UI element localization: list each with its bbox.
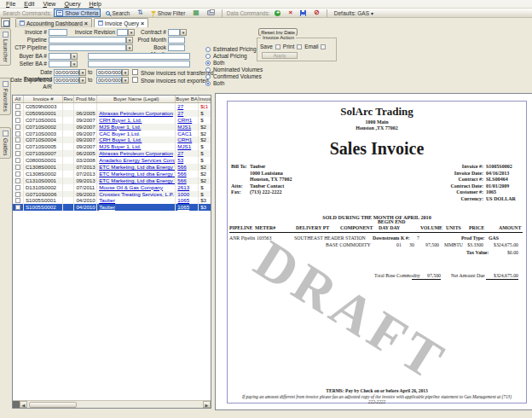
print-button[interactable] <box>205 9 217 17</box>
invoice-revision-dropdown[interactable]: ▾ <box>128 29 135 36</box>
buyer-ba-cell[interactable]: 2613 <box>176 184 199 191</box>
apply-button[interactable]: Apply <box>262 52 298 59</box>
buyer-name-cell[interactable]: Abraxas Petroleum Corporation <box>97 110 176 117</box>
seller-ba-input[interactable] <box>49 61 71 67</box>
table-row[interactable]: C0710S000209/2007MJS Buyer 1, Ltd.MJS1$2 <box>13 124 211 131</box>
buyer-ba-cell[interactable]: CRH1 <box>176 117 199 124</box>
table-row[interactable]: C0710S000309/2007CAC Buyer 1,Ltd.CAC1$2 <box>13 131 211 137</box>
menu-view[interactable]: View <box>38 0 60 8</box>
date-exported-from-input[interactable]: 00/00/0000 <box>54 77 79 84</box>
horizontal-scrollbar[interactable]: ◀ ▶ <box>13 400 211 408</box>
date-exported-to-dropdown[interactable]: ▾ <box>122 77 129 84</box>
buyer-name-cell[interactable]: MJS Buyer 1, Ltd. <box>97 124 176 131</box>
date-transferred-from-input[interactable]: 00/00/0000 <box>54 69 79 76</box>
buyer-ba-link[interactable]: CRH1 <box>177 136 192 142</box>
buyer-name-cell[interactable]: Tauber <box>97 204 176 211</box>
column-header-buyer-name-legal[interactable]: Buyer Name (Legal) <box>97 96 176 102</box>
buyer-ba-cell[interactable]: MJS1 <box>176 124 199 131</box>
show-filter-button[interactable]: Show Filter <box>148 9 188 17</box>
row-checkbox[interactable] <box>15 144 20 149</box>
row-checkbox[interactable] <box>15 198 20 203</box>
buyer-name-link[interactable]: Tauber <box>99 204 115 210</box>
column-header-all[interactable]: All <box>13 96 24 102</box>
scrollbar-thumb[interactable] <box>29 402 77 408</box>
buyer-name-link[interactable]: ETC Marketing, Ltd dba Energy Transfer <box>99 171 176 177</box>
buyer-ba-dropdown[interactable]: ▾ <box>71 53 78 60</box>
buyer-ba-cell[interactable]: 566 <box>176 177 199 184</box>
table-row[interactable]: C0710S000509/2007MJS Buyer 1, Ltd.MJS1$ <box>13 143 211 150</box>
save-record-button[interactable] <box>298 9 309 17</box>
buyer-name-cell[interactable]: ETC Marketing, Ltd dba Energy Transfer <box>97 164 176 171</box>
buyer-ba-link[interactable]: 566 <box>177 177 186 183</box>
buyer-name-link[interactable]: CAC Buyer 1,Ltd. <box>99 131 140 136</box>
buyer-ba-link[interactable]: 53 <box>177 157 183 163</box>
table-row[interactable]: S1005S000204/2010Tauber1065$3 <box>13 204 211 211</box>
show-criteria-button[interactable]: Show Criteria <box>54 9 101 17</box>
column-header-buyer-ba[interactable]: Buyer BA # <box>176 96 199 102</box>
buyer-name-link[interactable]: MJS Buyer 1, Ltd. <box>99 143 141 149</box>
buyer-ba-link[interactable]: 27 <box>177 150 183 156</box>
volume-option-both[interactable]: Both <box>205 81 263 86</box>
menu-file[interactable]: File <box>2 0 20 8</box>
buyer-ba-link[interactable]: 27 <box>177 103 183 109</box>
volume-option-nominated-volumes[interactable]: Nominated Volumes <box>205 67 263 73</box>
save-checkbox[interactable] <box>275 44 280 49</box>
table-row[interactable]: C0710S000409/2007CRH Buyer 1, Ltd.CRH1$2 <box>13 136 211 143</box>
row-checkbox[interactable] <box>15 171 20 177</box>
buyer-ba-link[interactable]: 1065 <box>177 197 189 203</box>
buyer-ba-cell[interactable]: 1065 <box>176 197 199 204</box>
add-record-button[interactable]: + <box>272 9 283 17</box>
window-layout-button[interactable] <box>1 18 10 27</box>
seller-ba-name-input[interactable] <box>88 61 190 67</box>
ctp-pipeline-dropdown[interactable]: ▾ <box>126 44 133 51</box>
buyer-name-cell[interactable]: Anadarko Energy Services Company <box>97 157 176 164</box>
buyer-ba-link[interactable]: 27 <box>177 110 183 116</box>
pricing-option-actual-pricing[interactable]: Actual Pricing <box>205 54 257 59</box>
buyer-name-link[interactable]: Tauber <box>99 197 115 203</box>
buyer-name-cell[interactable]: CRH Buyer 1, Ltd. <box>97 136 176 143</box>
table-row[interactable]: D1310S000207/2011Moose Oil & Gas Company… <box>13 184 211 191</box>
cancel-record-button[interactable]: ⊘ <box>311 9 322 17</box>
buyer-ba-input[interactable] <box>49 53 71 60</box>
row-checkbox[interactable] <box>15 125 20 130</box>
buyer-ba-link[interactable]: CRH1 <box>177 117 192 123</box>
delete-record-button[interactable]: × <box>286 9 295 17</box>
show-not-transferred-checkbox[interactable] <box>132 69 138 75</box>
buyer-ba-cell[interactable]: 53 <box>176 157 199 164</box>
pricing-option-estimated-pricing[interactable]: Estimated Pricing <box>205 47 257 52</box>
buyer-name-link[interactable]: Moose Oil & Gas Company <box>99 184 163 190</box>
buyer-name-cell[interactable]: ETC Marketing, Ltd dba Energy Transfer <box>97 177 176 184</box>
buyer-ba-cell[interactable]: 27 <box>176 150 199 157</box>
buyer-ba-cell[interactable]: 27 <box>176 110 199 117</box>
close-icon[interactable]: × <box>84 20 88 26</box>
buyer-ba-cell[interactable]: CAC1 <box>176 131 199 137</box>
column-header-invoice[interactable]: Invoice <box>199 96 211 102</box>
buyer-ba-cell[interactable]: MJS1 <box>176 143 199 150</box>
buyer-name-link[interactable]: CRH Buyer 1, Ltd. <box>99 136 142 142</box>
buyer-name-link[interactable]: ETC Marketing, Ltd dba Energy Transfer <box>99 177 176 183</box>
row-checkbox[interactable] <box>15 151 20 156</box>
table-row[interactable]: C0710S000109/2007CRH Buyer 1, Ltd.CRH1$ <box>13 117 211 124</box>
menu-query[interactable]: Query <box>60 0 84 8</box>
column-header-rev[interactable]: Rev. <box>63 96 74 102</box>
seller-ba-dropdown[interactable]: ▾ <box>71 61 78 67</box>
date-transferred-from-dropdown[interactable]: ▾ <box>79 69 86 76</box>
table-row[interactable]: C0509S000106/2005Abraxas Petroleum Corpo… <box>13 110 211 117</box>
defaults-dropdown[interactable]: Defaults: GAS ▾ <box>332 9 376 17</box>
table-row[interactable]: C1310S000109/2013ETC Marketing, Ltd dba … <box>13 177 211 184</box>
menu-edit[interactable]: Edit <box>20 0 38 8</box>
buyer-ba-link[interactable]: CAC1 <box>177 131 192 136</box>
ctp-pipeline-input[interactable] <box>49 44 126 51</box>
buyer-ba-cell[interactable]: 1000 <box>176 191 199 198</box>
buyer-ba-cell[interactable]: 1065 <box>176 204 199 211</box>
close-icon[interactable]: × <box>141 20 144 26</box>
email-checkbox[interactable] <box>321 44 326 49</box>
buyer-ba-link[interactable]: 566 <box>177 171 186 177</box>
buyer-name-link[interactable]: CRH Buyer 1, Ltd. <box>99 117 142 123</box>
buyer-name-cell[interactable]: Abraxas Petroleum Corporation <box>97 150 176 157</box>
pricing-option-both[interactable]: Both <box>205 61 257 66</box>
scroll-left-button[interactable]: ◀ <box>20 401 27 408</box>
row-checkbox[interactable] <box>15 131 20 136</box>
scroll-right-button[interactable]: ▶ <box>203 401 211 408</box>
row-checkbox[interactable] <box>15 192 20 197</box>
